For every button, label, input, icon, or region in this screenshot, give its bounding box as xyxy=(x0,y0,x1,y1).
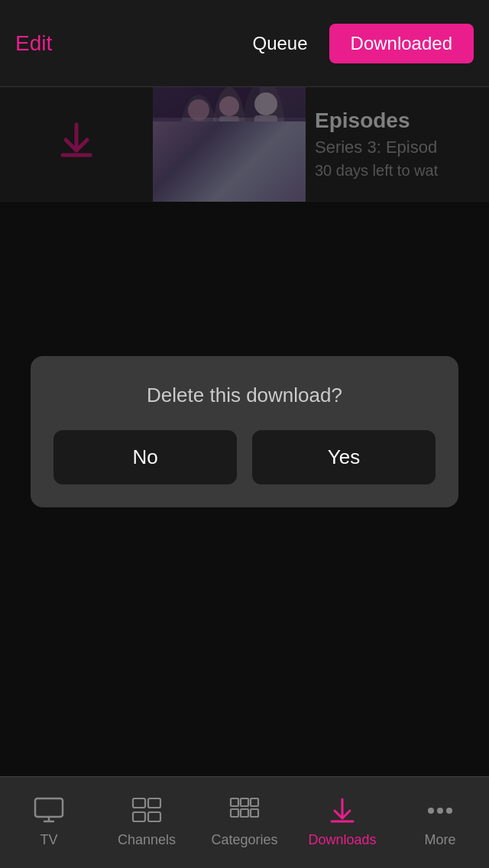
tab-label-categories: Categories xyxy=(211,832,277,848)
downloads-icon xyxy=(327,797,358,828)
svg-rect-13 xyxy=(133,798,145,808)
svg-rect-14 xyxy=(148,798,160,808)
categories-icon xyxy=(229,797,260,828)
svg-rect-20 xyxy=(231,809,238,817)
tab-label-channels: Channels xyxy=(118,832,176,848)
tab-label-tv: TV xyxy=(40,832,57,848)
no-button[interactable]: No xyxy=(53,430,237,484)
edit-button[interactable]: Edit xyxy=(15,31,52,56)
more-icon xyxy=(425,797,455,828)
header-tabs: Queue Downloaded xyxy=(232,24,474,63)
tab-label-more: More xyxy=(424,832,455,848)
svg-rect-19 xyxy=(251,798,258,806)
tab-item-more[interactable]: More xyxy=(391,797,489,848)
svg-rect-12 xyxy=(35,798,63,817)
svg-point-24 xyxy=(437,808,443,814)
delete-dialog: Delete this download? No Yes xyxy=(31,356,458,507)
app-header: Edit Queue Downloaded xyxy=(0,0,489,87)
tab-queue[interactable]: Queue xyxy=(232,24,329,63)
tab-item-downloads[interactable]: Downloads xyxy=(293,797,391,848)
dialog-buttons: No Yes xyxy=(53,430,436,484)
channels-icon xyxy=(131,797,162,828)
tab-item-tv[interactable]: TV xyxy=(0,797,98,848)
tv-icon xyxy=(34,797,64,828)
svg-rect-22 xyxy=(251,809,258,817)
dialog-message: Delete this download? xyxy=(53,384,436,407)
tab-label-downloads: Downloads xyxy=(308,832,376,848)
svg-point-23 xyxy=(428,808,434,814)
content-area: Episodes Series 3: Episod 30 days left t… xyxy=(0,87,489,776)
dialog-overlay: Delete this download? No Yes xyxy=(0,87,489,776)
svg-rect-18 xyxy=(241,798,248,806)
tab-downloaded[interactable]: Downloaded xyxy=(329,24,474,63)
svg-rect-15 xyxy=(133,812,145,821)
svg-point-25 xyxy=(446,808,452,814)
svg-rect-21 xyxy=(241,809,248,817)
svg-rect-17 xyxy=(231,798,238,806)
bottom-tab-bar: TV Channels Categories xyxy=(0,776,489,868)
tab-item-categories[interactable]: Categories xyxy=(196,797,293,848)
tab-item-channels[interactable]: Channels xyxy=(98,797,196,848)
yes-button[interactable]: Yes xyxy=(252,430,436,484)
svg-rect-16 xyxy=(148,812,160,821)
